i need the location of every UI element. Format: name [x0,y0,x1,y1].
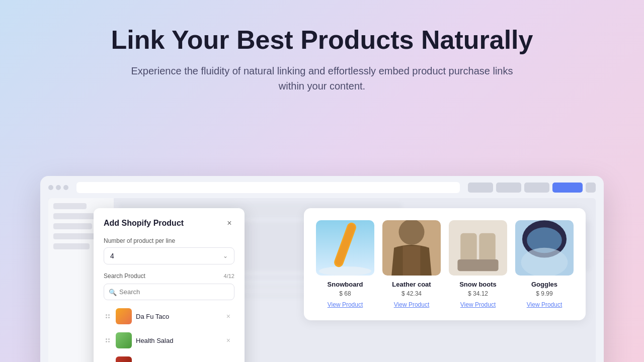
product-card-image [316,220,374,276]
svg-point-5 [398,220,424,245]
browser-extra-btn [586,183,596,193]
browser-nav-btn [468,183,493,193]
modal-close-button[interactable]: × [224,218,234,228]
view-product-link[interactable]: View Product [316,301,374,308]
product-remove-button[interactable]: × [224,359,232,362]
number-per-line-label: Number of product per line [104,237,234,244]
browser-dot-red [48,185,53,190]
product-remove-button[interactable]: × [224,311,232,321]
browser-dots [48,185,68,190]
product-card-price: $ 34.12 [449,290,507,297]
product-thumbnail [116,308,132,324]
product-preview-card: Snow boots $ 34.12 View Product [449,220,507,308]
product-list-item: Da Fu Taco × [104,305,234,327]
drag-handle-icon[interactable] [106,338,112,342]
hero-title: Link Your Best Products Naturally [10,24,634,55]
browser-primary-btn [552,183,583,193]
browser-dot-green [63,185,68,190]
product-name: Health Salad [136,337,220,344]
products-grid: Snowboard $ 68 View Product Leather coat… [316,220,574,308]
product-card-image [449,220,507,276]
svg-rect-6 [403,246,421,276]
search-count-badge: 4/12 [224,273,234,279]
product-preview-card: Leather coat $ 42.34 View Product [382,220,441,308]
product-list-item: Passionate Barbecue × [104,353,234,362]
select-value: 4 [110,252,114,260]
browser-actions [468,183,596,193]
product-preview-card: Goggles $ 9.99 View Product [515,220,574,308]
drag-handle-icon[interactable] [106,314,112,318]
search-input[interactable] [104,284,234,300]
svg-rect-11 [476,259,499,271]
product-list-item: Health Salad × [104,329,234,351]
product-card-name: Goggles [515,281,574,288]
product-card-price: $ 9.99 [515,290,574,297]
view-product-link[interactable]: View Product [515,301,574,308]
chevron-down-icon: ⌄ [223,252,228,259]
product-card-price: $ 42.34 [382,290,441,297]
product-list: Da Fu Taco × Health Salad × Passionate B… [104,305,234,362]
product-name: Da Fu Taco [136,313,220,320]
product-card-name: Leather coat [382,281,441,288]
browser-nav-btn-2 [496,183,521,193]
product-card-name: Snowboard [316,281,374,288]
hero-subtitle: Experience the fluidity of natural linki… [131,63,513,94]
add-product-modal: Add Shopify Product × Number of product … [94,208,245,362]
browser-mockup: Add Shopify Product × Number of product … [40,176,604,362]
product-thumbnail [116,356,132,362]
search-product-label: Search Product [104,273,145,280]
hero-section: Link Your Best Products Naturally Experi… [0,0,644,110]
product-card-price: $ 68 [316,290,374,297]
browser-url-bar [76,182,460,193]
svg-rect-9 [479,233,495,262]
browser-dot-yellow [56,185,61,190]
modal-header: Add Shopify Product × [104,218,234,228]
view-product-link[interactable]: View Product [449,301,507,308]
search-input-wrapper: 🔍 [104,284,234,300]
browser-content: Add Shopify Product × Number of product … [48,198,596,362]
product-card-image [382,220,441,276]
svg-rect-8 [460,233,476,262]
search-section-header: Search Product 4/12 [104,273,234,280]
browser-bar [48,182,596,193]
view-product-link[interactable]: View Product [382,301,441,308]
modal-title: Add Shopify Product [104,219,184,228]
product-preview-card: Snowboard $ 68 View Product [316,220,374,308]
product-card-name: Snow boots [449,281,507,288]
browser-nav-btn-3 [524,183,549,193]
product-preview-panel: Snowboard $ 68 View Product Leather coat… [304,208,586,320]
product-remove-button[interactable]: × [224,335,232,345]
search-icon: 🔍 [109,288,117,296]
svg-point-1 [319,266,371,276]
product-card-image [515,220,574,276]
number-per-line-select[interactable]: 4 ⌄ [104,247,234,264]
product-thumbnail [116,332,132,348]
